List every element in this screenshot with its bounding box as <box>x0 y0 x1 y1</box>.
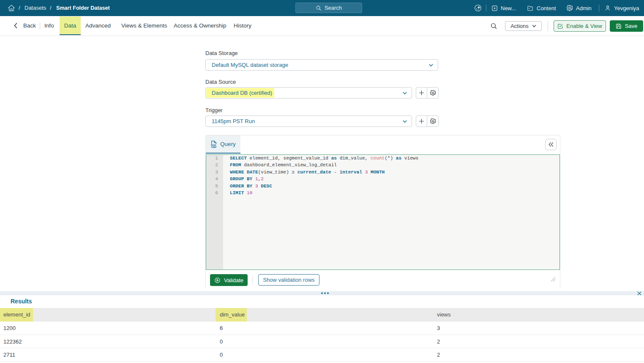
svg-text:SQL: SQL <box>211 144 217 147</box>
